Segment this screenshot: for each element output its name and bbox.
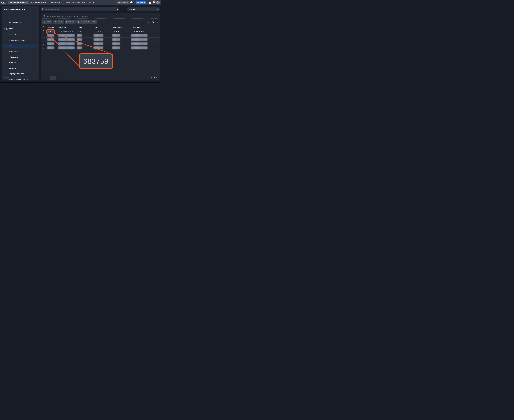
escalate-button[interactable]: Escalate [53, 20, 64, 24]
new-button[interactable]: New [136, 1, 146, 4]
table-row-redacted[interactable] [41, 38, 159, 42]
site-filter-select[interactable]: Demo Site [128, 7, 159, 11]
column-header-data-source[interactable]: Data Source [112, 25, 131, 29]
calendar-alert-icon [6, 28, 8, 30]
custom-views-label: Custom Views [4, 77, 14, 79]
caret-down-icon [157, 9, 158, 10]
redacted-investigator [58, 46, 75, 49]
redacted-investigator [58, 42, 75, 45]
column-label: Event Source [132, 27, 141, 28]
column-header-event-source[interactable]: Event Source [131, 25, 159, 29]
table-row-redacted[interactable] [41, 46, 159, 50]
sidebar-item-all-events[interactable]: All Events [3, 60, 38, 65]
redacted-event-source [131, 38, 148, 41]
clear-sort-icon[interactable] [148, 21, 150, 23]
dismiss-button[interactable]: Dismiss [42, 20, 52, 24]
table-header: EventID Investigator Status Site Data So… [41, 25, 159, 29]
redacted-status [76, 34, 82, 37]
sidebar-collapse-icon[interactable] [39, 40, 40, 42]
top-nav: DD3 Investigation Dashboard MITRE ATT&CK… [0, 0, 161, 5]
row-checkbox[interactable] [43, 47, 45, 49]
vertical-scrollbar[interactable] [159, 26, 159, 75]
item-label: All Dismissed [9, 51, 18, 52]
row-checkbox[interactable] [43, 43, 45, 45]
clear-search-icon[interactable] [116, 8, 118, 10]
more-options-icon[interactable] [157, 21, 158, 23]
table-row[interactable]: 683759 Assign To Me & View New Demo Site… [41, 29, 159, 33]
investigator-cell: Assign To Me & View [58, 29, 76, 33]
redacted-site [93, 46, 103, 49]
tab-label: More [89, 2, 92, 3]
items-count-summary: 1 - 5 of 5 items [148, 77, 158, 79]
tenant-label: Master [121, 2, 126, 3]
redacted-investigator [58, 38, 75, 41]
column-header-status[interactable]: Status [76, 25, 93, 29]
column-header-site[interactable]: Site [93, 25, 112, 29]
item-label: Investigated by Others [9, 39, 25, 41]
column-header-investigator[interactable]: Investigator [58, 25, 76, 29]
item-label: Investigated by Me [9, 34, 22, 36]
column-header-eventid[interactable]: EventID [47, 25, 58, 29]
tab-investigation-dashboard[interactable]: Investigation Dashboard [8, 1, 29, 4]
reports-icon[interactable] [149, 1, 151, 4]
tab-more[interactable]: More [87, 1, 96, 4]
sidebar: Investigation Dashboard My Dashboards Ev… [2, 6, 38, 81]
column-label: EventID [48, 27, 54, 28]
first-page-button[interactable]: « [43, 77, 46, 79]
sidebar-section-events[interactable]: Events [2, 27, 38, 30]
filter-funnel-icon[interactable] [127, 27, 128, 28]
user-avatar[interactable] [156, 1, 160, 4]
group-by-dropzone[interactable]: Drag a column header and drop it here to… [42, 14, 158, 19]
redacted-event-source [131, 46, 148, 49]
info-icon[interactable] [130, 1, 133, 4]
sidebar-item-investigated-by-me[interactable]: Investigated by Me [3, 32, 38, 37]
logo-text: D3 [3, 1, 7, 4]
last-page-button[interactable]: » [60, 77, 63, 79]
redacted-eventid [47, 46, 54, 49]
tab-label: MITRE ATT&CK Monitor [31, 2, 47, 3]
tab-preprocessing-playbook-viewer[interactable]: Preprocessing Playbook Viewer [62, 1, 87, 4]
sidebar-section-my-dashboards[interactable]: My Dashboards [2, 21, 38, 24]
move-arrows-icon [44, 15, 45, 17]
sidebar-item-all-dismissed[interactable]: All Dismissed [3, 49, 38, 54]
tab-mitre-attack-monitor[interactable]: MITRE ATT&CK Monitor [30, 1, 49, 4]
d3-logo[interactable]: DD3 [1, 1, 7, 4]
sidebar-resize-handle-icon[interactable] [39, 43, 40, 46]
refresh-icon[interactable] [152, 21, 154, 23]
current-page-indicator[interactable]: 1 [50, 76, 56, 80]
table-row-redacted[interactable] [41, 42, 159, 46]
chevron-down-icon [144, 2, 145, 3]
sidebar-item-uploaded[interactable]: Uploaded [3, 66, 38, 70]
export-selected-events-button[interactable]: Export Selected Event(s) [76, 20, 97, 24]
tenant-selector[interactable]: Master [117, 1, 129, 4]
select-all-checkbox[interactable] [43, 26, 45, 28]
row-checkbox[interactable] [43, 30, 45, 32]
next-page-button[interactable]: › [57, 77, 60, 79]
search-input[interactable] [45, 8, 116, 10]
button-label: Dismiss [46, 21, 51, 22]
reassign-button[interactable]: Reassign [65, 20, 76, 24]
redacted-event-source [131, 42, 148, 45]
filter-funnel-icon[interactable] [109, 27, 110, 28]
sidebar-item-investigated-by-others[interactable]: Investigated by Others [3, 38, 38, 43]
notifications-button[interactable]: 3 [152, 1, 155, 4]
item-label: All Escalated [9, 56, 18, 58]
chevron-down-icon [4, 28, 6, 29]
clear-filters-icon[interactable] [138, 21, 140, 23]
row-checkbox[interactable] [43, 35, 45, 36]
redacted-data-source [112, 46, 120, 49]
table-row-redacted[interactable] [41, 33, 159, 38]
previous-page-button[interactable]: ‹ [46, 77, 49, 79]
assign-to-me-link[interactable]: Assign To Me & View [60, 30, 73, 32]
column-resize-icon[interactable] [143, 21, 145, 23]
redacted-data-source [112, 38, 120, 41]
redacted-status [76, 46, 82, 49]
sidebar-item-all-escalated[interactable]: All Escalated [3, 55, 38, 59]
row-checkbox[interactable] [43, 39, 45, 40]
section-label: Events [9, 28, 14, 30]
bulk-actions-toolbar: Dismiss Escalate Reassign Export Selecte… [42, 20, 97, 24]
tab-configuration[interactable]: Configuration [50, 1, 62, 4]
filter-funnel-icon[interactable] [154, 27, 155, 28]
sidebar-item-ongoing-surveillance[interactable]: Ongoing Surveillance [3, 71, 38, 76]
sidebar-item-all-open[interactable]: All Open [3, 44, 38, 48]
